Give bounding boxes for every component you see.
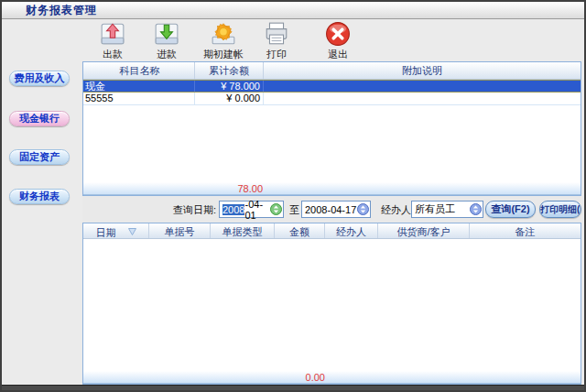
window-title: 财务报表管理 — [26, 3, 97, 18]
column-header-additional-notes[interactable]: 附加说明 — [264, 62, 581, 79]
init-ledger-icon — [194, 21, 253, 47]
details-total-bar: 0.00 — [83, 370, 581, 384]
sidebar-item-fixed-assets[interactable]: 固定资产 — [9, 149, 70, 165]
print-detail-button[interactable]: 打印明细(F3) — [539, 201, 581, 218]
details-total-value: 0.00 — [83, 371, 325, 383]
sidebar: 费用及收入 现金银行 固定资产 财务报表 — [2, 61, 82, 385]
date-to-text: 2008-04-17 — [305, 204, 356, 215]
cell-subject-name: 55555 — [83, 93, 195, 104]
sidebar-item-cash-bank[interactable]: 现金银行 — [9, 111, 70, 126]
money-out-label: 出款 — [83, 48, 142, 61]
exit-button[interactable]: 退出 — [309, 21, 367, 61]
cell-note — [264, 81, 581, 92]
details-table-header: 日期 单据号 单据类型 金额 经办人 供货商/客户 备注 — [83, 223, 581, 239]
print-label: 打印 — [247, 48, 306, 61]
date-from-spinner-icon[interactable] — [270, 203, 282, 215]
date-to-input[interactable]: 2008-04-17 — [301, 201, 371, 218]
window-body: 费用及收入 现金银行 固定资产 财务报表 科目名称 累计余额 附加说明 现金 ¥… — [2, 61, 584, 385]
operator-label: 经办人: — [381, 203, 414, 217]
accounts-table-header: 科目名称 累计余额 附加说明 — [83, 62, 581, 80]
column-header-supplier-customer[interactable]: 供货商/客户 — [378, 223, 470, 238]
exit-icon — [309, 21, 367, 47]
table-row[interactable]: 现金 ¥ 78.000 — [83, 80, 581, 93]
date-to-spinner-icon[interactable] — [357, 203, 369, 215]
accounts-total-value: 78.00 — [83, 182, 263, 194]
column-header-date[interactable]: 日期 — [83, 223, 149, 238]
operator-value: 所有员工 — [415, 202, 455, 216]
main-panel: 科目名称 累计余额 附加说明 现金 ¥ 78.000 55555 ¥ 0.000… — [82, 61, 581, 385]
column-header-operator[interactable]: 经办人 — [325, 223, 378, 238]
query-bar: 查询日期: 2008-04-01 至 2008-04-17 — [82, 196, 581, 223]
cell-note — [264, 93, 581, 104]
accounts-table-empty-area — [83, 105, 581, 181]
window-bottom-frame — [2, 385, 584, 390]
money-in-icon — [137, 21, 196, 47]
operator-select[interactable]: 所有员工 — [411, 201, 483, 218]
accounts-total-bar: 78.00 — [83, 181, 581, 195]
date-from-rest-text: -04-01 — [244, 199, 270, 221]
cell-balance: ¥ 78.000 — [195, 81, 264, 92]
init-ledger-label: 期初建帐 — [194, 48, 253, 61]
cell-subject-name: 现金 — [83, 81, 195, 92]
column-header-remarks[interactable]: 备注 — [470, 223, 581, 238]
app-window: 财务报表管理 出款 进款 — [0, 0, 586, 392]
column-header-doc-number[interactable]: 单据号 — [149, 223, 211, 238]
exit-label: 退出 — [309, 48, 367, 61]
details-table-empty-area — [83, 239, 581, 370]
money-in-button[interactable]: 进款 — [137, 21, 196, 61]
sidebar-item-financial-reports[interactable]: 财务报表 — [9, 189, 70, 204]
accounts-table: 科目名称 累计余额 附加说明 现金 ¥ 78.000 55555 ¥ 0.000… — [82, 61, 581, 196]
money-in-label: 进款 — [137, 48, 196, 61]
toolbar: 出款 进款 — [2, 19, 584, 61]
sort-descending-icon — [128, 223, 136, 238]
query-date-label: 查询日期: — [173, 203, 216, 217]
column-header-subject-name[interactable]: 科目名称 — [83, 62, 195, 79]
date-header-label: 日期 — [95, 227, 115, 238]
money-out-button[interactable]: 出款 — [83, 21, 142, 61]
column-header-amount[interactable]: 金额 — [275, 223, 325, 238]
money-out-icon — [83, 21, 142, 47]
table-row[interactable]: 55555 ¥ 0.000 — [83, 93, 581, 105]
date-from-selected-text: 2008 — [222, 204, 244, 215]
date-from-input[interactable]: 2008-04-01 — [219, 201, 284, 218]
column-header-doc-type[interactable]: 单据类型 — [211, 223, 275, 238]
title-bar: 财务报表管理 — [2, 2, 584, 19]
to-label: 至 — [289, 203, 299, 217]
sidebar-item-expense-income[interactable]: 费用及收入 — [9, 71, 70, 86]
cell-balance: ¥ 0.000 — [195, 93, 264, 104]
init-ledger-button[interactable]: 期初建帐 — [194, 21, 253, 61]
printer-icon — [247, 21, 306, 47]
operator-dropdown-icon[interactable] — [470, 203, 482, 215]
print-button[interactable]: 打印 — [247, 21, 306, 61]
details-table: 日期 单据号 单据类型 金额 经办人 供货商/客户 备注 0.00 — [82, 223, 581, 385]
column-header-cumulative-balance[interactable]: 累计余额 — [195, 62, 264, 79]
query-button[interactable]: 查询(F2) — [485, 201, 536, 218]
